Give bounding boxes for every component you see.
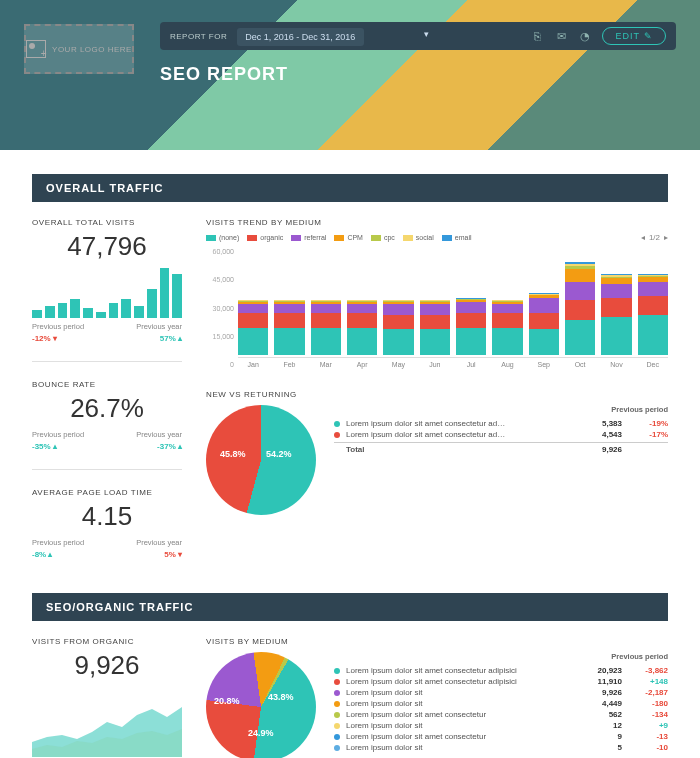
- export-pdf-icon[interactable]: ⎘: [530, 29, 544, 43]
- section-overall-traffic: OVERALL TRAFFIC: [32, 174, 668, 202]
- total-visits-label: OVERALL TOTAL VISITS: [32, 218, 182, 227]
- legend-item[interactable]: email: [442, 234, 472, 241]
- logo-text: YOUR LOGO HERE: [52, 45, 132, 54]
- logo-placeholder[interactable]: YOUR LOGO HERE: [24, 24, 134, 74]
- x-axis-labels: JanFebMarAprMayJunJulAugSepOctNovDec: [238, 361, 668, 368]
- y-axis-labels: 60,00045,00030,00015,0000: [206, 248, 234, 368]
- bounce-prev-year: -37% ▴: [157, 442, 182, 451]
- visits-medium-pie: 43.8% 24.9% 20.8%: [206, 652, 316, 758]
- total-visits-prev-period: -12% ▾: [32, 334, 57, 343]
- image-icon: [26, 40, 46, 58]
- date-range-select[interactable]: Dec 1, 2016 - Dec 31, 2016: [237, 28, 364, 46]
- visits-medium-title: VISITS BY MEDIUM: [206, 637, 668, 646]
- load-value: 4.15: [32, 501, 182, 532]
- table-header-prev2: Previous period: [334, 652, 668, 661]
- pager-next-icon[interactable]: ▸: [664, 233, 668, 242]
- chart-pager[interactable]: ◂1/2▸: [641, 233, 668, 242]
- table-row: Lorem ipsum dolor sit5-10: [334, 742, 668, 753]
- total-visits-sparkbar: [32, 268, 182, 318]
- table-row: Lorem ipsum dolor sit amet consectetur a…: [334, 665, 668, 676]
- organic-visits-label: VISITS FROM ORGANIC: [32, 637, 182, 646]
- legend-item[interactable]: social: [403, 234, 434, 241]
- bounce-prev-period: -35% ▴: [32, 442, 57, 451]
- table-row: Lorem ipsum dolor sit amet consectetur a…: [334, 418, 668, 429]
- visits-medium-table: Previous period Lorem ipsum dolor sit am…: [334, 652, 668, 753]
- legend-item[interactable]: (none): [206, 234, 239, 241]
- legend-item[interactable]: referral: [291, 234, 326, 241]
- pie2-slice-b: 24.9%: [248, 728, 274, 738]
- table-row: Lorem ipsum dolor sit amet consectetur a…: [334, 429, 668, 440]
- visits-trend-legend: (none)organicreferralCPMcpcsocialemail◂1…: [206, 233, 668, 242]
- total-visits-value: 47,796: [32, 231, 182, 262]
- table-row: Lorem ipsum dolor sit amet consectetur9-…: [334, 731, 668, 742]
- schedule-icon[interactable]: ◔: [578, 29, 592, 43]
- organic-visits-value: 9,926: [32, 650, 182, 681]
- load-prev-period: -8% ▴: [32, 550, 52, 559]
- legend-item[interactable]: organic: [247, 234, 283, 241]
- total-visits-prev-year: 57% ▴: [160, 334, 182, 343]
- pie2-slice-a: 43.8%: [268, 692, 294, 702]
- table-header-prev: Previous period: [334, 405, 668, 414]
- topbar: REPORT FOR Dec 1, 2016 - Dec 31, 2016 ⎘ …: [160, 22, 676, 50]
- table-row: Lorem ipsum dolor sit12+9: [334, 720, 668, 731]
- report-for-label: REPORT FOR: [170, 32, 227, 41]
- new-returning-table: Previous period Lorem ipsum dolor sit am…: [334, 405, 668, 455]
- load-prev-year: 5% ▾: [164, 550, 182, 559]
- report-title: SEO REPORT: [160, 64, 288, 85]
- table-total-row: Total 9,926: [334, 442, 668, 455]
- table-row: Lorem ipsum dolor sit4,449-180: [334, 698, 668, 709]
- organic-area-chart: [32, 687, 182, 757]
- prev-period-label: Previous period: [32, 322, 84, 331]
- table-row: Lorem ipsum dolor sit9,926-2,187: [334, 687, 668, 698]
- table-row: Lorem ipsum dolor sit amet consectetur a…: [334, 676, 668, 687]
- pie-slice-a-label: 54.2%: [266, 449, 292, 459]
- bounce-label: BOUNCE RATE: [32, 380, 182, 389]
- pencil-icon: ✎: [644, 31, 653, 41]
- section-seo-traffic: SEO/ORGANIC TRAFFIC: [32, 593, 668, 621]
- bounce-value: 26.7%: [32, 393, 182, 424]
- visits-trend-chart: [238, 248, 668, 358]
- table-row: Lorem ipsum dolor sit amet consectetur56…: [334, 709, 668, 720]
- hero-banner: YOUR LOGO HERE REPORT FOR Dec 1, 2016 - …: [0, 0, 700, 150]
- edit-button[interactable]: EDIT✎: [602, 27, 666, 45]
- load-label: AVERAGE PAGE LOAD TIME: [32, 488, 182, 497]
- pager-prev-icon[interactable]: ◂: [641, 233, 645, 242]
- new-returning-title: NEW VS RETURNING: [206, 390, 668, 399]
- prev-year-label: Previous year: [136, 322, 182, 331]
- pie-slice-b-label: 45.8%: [220, 449, 246, 459]
- visits-trend-title: VISITS TREND BY MEDIUM: [206, 218, 668, 227]
- pie2-slice-c: 20.8%: [214, 696, 240, 706]
- new-returning-pie: 54.2% 45.8%: [206, 405, 316, 515]
- email-icon[interactable]: ✉: [554, 29, 568, 43]
- legend-item[interactable]: CPM: [334, 234, 363, 241]
- legend-item[interactable]: cpc: [371, 234, 395, 241]
